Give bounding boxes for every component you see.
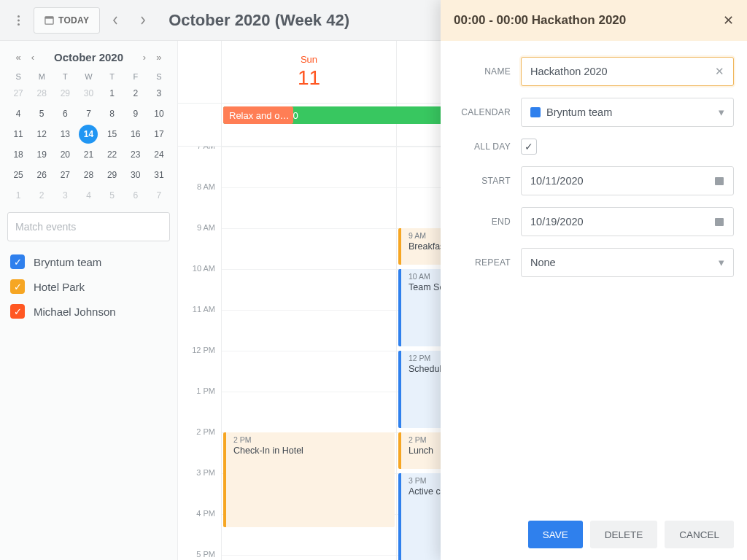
mc-day-cell[interactable]: 3: [55, 186, 74, 205]
mini-calendar-title: October 2020: [54, 51, 123, 63]
mc-day-cell[interactable]: 4: [9, 104, 28, 123]
start-input[interactable]: [521, 166, 734, 195]
save-button[interactable]: SAVE: [528, 521, 583, 548]
mc-day-cell[interactable]: 1: [9, 186, 28, 205]
chevron-down-icon[interactable]: ▾: [719, 256, 724, 269]
day-header[interactable]: Sun11: [222, 41, 397, 103]
event-editor-panel: 00:00 - 00:00 Hackathon 2020 ✕ NAME ✕ CA…: [441, 0, 747, 560]
checkbox-icon[interactable]: ✓: [10, 254, 25, 269]
mc-day-cell[interactable]: 12: [32, 125, 51, 144]
mc-prev-month-icon[interactable]: ‹: [26, 52, 39, 63]
mc-day-cell[interactable]: 29: [103, 166, 122, 184]
svg-point-2: [18, 23, 20, 26]
mc-day-cell[interactable]: 25: [9, 166, 28, 184]
svg-point-1: [18, 19, 20, 21]
calendar-item[interactable]: ✓Bryntum team: [10, 254, 170, 269]
calendar-name: Bryntum team: [34, 256, 101, 268]
mc-day-cell[interactable]: 9: [126, 104, 145, 123]
today-label: TODAY: [58, 15, 89, 26]
mc-day-cell[interactable]: 8: [103, 104, 122, 123]
mc-day-cell[interactable]: 30: [79, 84, 98, 103]
mc-dow-cell: W: [77, 69, 99, 84]
search-input[interactable]: [7, 212, 170, 241]
end-field[interactable]: [530, 216, 714, 228]
mc-day-cell[interactable]: 7: [150, 186, 169, 205]
repeat-label: REPEAT: [454, 257, 511, 268]
checkbox-icon[interactable]: ✓: [10, 304, 25, 319]
next-button[interactable]: [131, 7, 155, 34]
menu-button[interactable]: [6, 7, 31, 34]
mc-day-cell[interactable]: 4: [79, 186, 98, 205]
calendar-event[interactable]: 2 PMCheck-In in Hotel: [223, 432, 395, 527]
mc-day-cell[interactable]: 17: [150, 125, 169, 144]
close-icon[interactable]: ✕: [723, 12, 734, 28]
mc-day-cell[interactable]: 3: [150, 84, 169, 103]
mc-day-cell[interactable]: 14: [79, 125, 98, 144]
svg-rect-6: [715, 218, 724, 226]
delete-button[interactable]: DELETE: [590, 521, 658, 548]
allday-event-relax[interactable]: Relax and o…: [223, 106, 293, 124]
mc-day-cell[interactable]: 21: [79, 145, 98, 164]
hour-label: 10 AM: [178, 264, 221, 305]
mc-day-cell[interactable]: 27: [55, 166, 74, 184]
repeat-select[interactable]: ▾: [521, 248, 734, 277]
calendar-name: Hotel Park: [34, 281, 85, 293]
mc-day-cell[interactable]: 18: [9, 145, 28, 164]
mc-day-cell[interactable]: 5: [103, 186, 122, 205]
mc-day-cell[interactable]: 27: [9, 84, 28, 103]
mc-prev-year-icon[interactable]: «: [12, 52, 25, 63]
mc-day-cell[interactable]: 1: [103, 84, 122, 103]
mc-day-cell[interactable]: 15: [103, 125, 122, 144]
mc-day-cell[interactable]: 28: [79, 166, 98, 184]
mc-day-cell[interactable]: 13: [55, 125, 74, 144]
name-label: NAME: [454, 66, 511, 77]
svg-rect-5: [715, 177, 724, 185]
calendar-value[interactable]: [546, 106, 719, 118]
start-field[interactable]: [530, 175, 714, 187]
end-input[interactable]: [521, 207, 734, 236]
mc-day-cell[interactable]: 26: [32, 166, 51, 184]
name-input[interactable]: ✕: [521, 57, 734, 86]
mc-day-cell[interactable]: 19: [32, 145, 51, 164]
mc-next-month-icon[interactable]: ›: [138, 52, 151, 63]
mc-day-cell[interactable]: 30: [126, 166, 145, 184]
mc-day-cell[interactable]: 7: [79, 104, 98, 123]
calendar-select[interactable]: ▾: [521, 98, 734, 127]
mc-day-cell[interactable]: 10: [150, 104, 169, 123]
mc-day-cell[interactable]: 31: [150, 166, 169, 184]
calendar-item[interactable]: ✓Hotel Park: [10, 279, 170, 294]
mc-day-cell[interactable]: 6: [126, 186, 145, 205]
prev-button[interactable]: [103, 7, 128, 34]
mc-day-cell[interactable]: 20: [55, 145, 74, 164]
allday-checkbox[interactable]: ✓: [521, 139, 537, 155]
mc-day-cell[interactable]: 6: [55, 104, 74, 123]
hour-label: 5 PM: [178, 550, 221, 560]
mc-day-cell[interactable]: 29: [55, 84, 74, 103]
mc-day-cell[interactable]: 28: [32, 84, 51, 103]
mc-dow-cell: M: [31, 69, 53, 84]
mc-day-cell[interactable]: 22: [103, 145, 122, 164]
mc-day-cell[interactable]: 16: [126, 125, 145, 144]
mc-day-cell[interactable]: 2: [126, 84, 145, 103]
day-column[interactable]: 2 PMCheck-In in Hotel: [222, 147, 397, 560]
mini-calendar-grid[interactable]: 2728293012345678910111213141516171819202…: [7, 84, 170, 205]
checkbox-icon[interactable]: ✓: [10, 279, 25, 294]
clear-icon[interactable]: ✕: [715, 65, 724, 78]
mc-day-cell[interactable]: 24: [150, 145, 169, 164]
mc-day-cell[interactable]: 5: [32, 104, 51, 123]
search-field[interactable]: [7, 212, 170, 241]
today-button[interactable]: TODAY: [34, 7, 100, 34]
mc-day-cell[interactable]: 2: [32, 186, 51, 205]
event-title: Lunch: [409, 446, 433, 456]
name-field[interactable]: [530, 66, 715, 77]
repeat-value[interactable]: [530, 257, 719, 268]
hour-label: 9 AM: [178, 223, 221, 264]
mc-next-year-icon[interactable]: »: [152, 52, 166, 63]
calendar-item[interactable]: ✓Michael Johnson: [10, 304, 170, 319]
mc-day-cell[interactable]: 23: [126, 145, 145, 164]
calendar-icon[interactable]: [714, 176, 724, 186]
chevron-down-icon[interactable]: ▾: [719, 106, 724, 119]
calendar-icon[interactable]: [714, 217, 724, 227]
cancel-button[interactable]: CANCEL: [665, 521, 734, 548]
mc-day-cell[interactable]: 11: [9, 125, 28, 144]
